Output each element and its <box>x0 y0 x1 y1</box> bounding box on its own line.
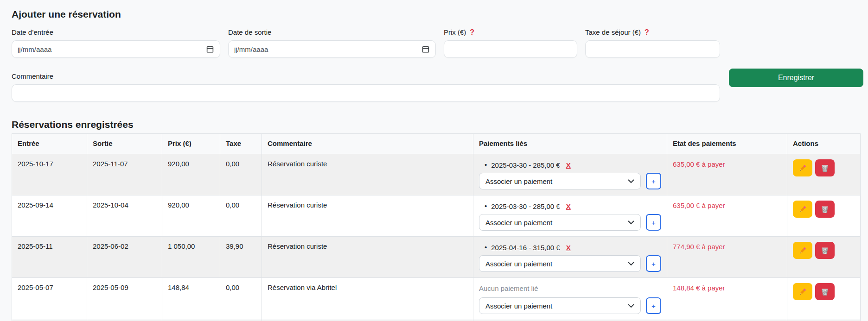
associate-payment-select[interactable]: Associer un paiement <box>479 297 641 314</box>
associate-payment-select[interactable]: Associer un paiement <box>479 214 641 231</box>
cell-commentaire: Réservation curiste <box>262 154 473 195</box>
row-actions <box>793 283 855 300</box>
delete-button[interactable] <box>815 283 835 300</box>
edit-button[interactable] <box>793 283 812 300</box>
prix-label: Prix (€) <box>444 28 466 37</box>
chevron-down-icon <box>628 262 634 266</box>
cell-prix: 148,84 <box>162 278 220 320</box>
date-entree-input[interactable]: jj/mm/aaaa <box>12 40 220 58</box>
payment-controls: Associer un paiement+ <box>479 255 661 272</box>
cell-etat-paiements: 774,90 € à payer <box>667 237 787 278</box>
commentaire-input[interactable] <box>12 84 720 102</box>
cell-paiements: Aucun paiement liéAssocier un paiement+ <box>473 278 667 320</box>
bullet-icon: • <box>485 161 487 169</box>
row-actions <box>793 242 855 259</box>
associate-payment-select-value: Associer un paiement <box>485 260 552 268</box>
prix-help-icon[interactable]: ? <box>470 28 474 36</box>
remove-payment-link[interactable]: X <box>566 244 571 252</box>
column-header-1: Entrée <box>12 134 87 154</box>
column-header-2: Sortie <box>87 134 162 154</box>
pencil-icon <box>798 246 807 255</box>
associate-payment-select-value: Associer un paiement <box>485 219 552 227</box>
cell-paiements: •2025-03-30 - 285,00 €XAssocier un paiem… <box>473 195 667 237</box>
cell-actions <box>787 278 861 320</box>
reservation-row: 2025-05-112025-06-021 050,0039,90Réserva… <box>12 237 861 278</box>
reservation-row: 2025-10-172025-11-07920,000,00Réservatio… <box>12 154 861 195</box>
trash-icon <box>820 246 830 255</box>
linked-payment-item: •2025-04-16 - 315,00 €X <box>485 243 661 252</box>
remove-payment-link[interactable]: X <box>566 161 571 169</box>
associate-payment-select-value: Associer un paiement <box>485 302 552 310</box>
cell-sortie: 2025-05-09 <box>87 278 162 320</box>
delete-button[interactable] <box>815 159 835 176</box>
cell-paiements: •2025-03-30 - 285,00 €XAssocier un paiem… <box>473 154 667 195</box>
cell-prix: 1 050,00 <box>162 237 220 278</box>
pencil-icon <box>798 205 807 214</box>
cell-commentaire: Réservation via Abritel <box>262 278 473 320</box>
cell-commentaire: Réservation curiste <box>262 195 473 237</box>
chevron-down-icon <box>628 304 634 308</box>
cell-entree: 2025-05-11 <box>12 237 87 278</box>
column-header-8: Actions <box>787 134 861 154</box>
row-actions <box>793 201 855 218</box>
cell-etat-paiements: 148,84 € à payer <box>667 278 787 320</box>
cell-actions <box>787 195 861 237</box>
cell-paiements: •2025-04-16 - 315,00 €XAssocier un paiem… <box>473 237 667 278</box>
add-reservation-form: Date d’entrée jj/mm/aaaa Date de sortie … <box>12 28 861 58</box>
cell-actions <box>787 237 861 278</box>
bullet-icon: • <box>485 202 487 210</box>
date-sortie-input[interactable]: jj/mm/aaaa <box>228 40 436 58</box>
trash-icon <box>820 205 830 214</box>
cell-entree: 2025-09-14 <box>12 195 87 237</box>
reservation-row: 2025-09-142025-10-04920,000,00Réservatio… <box>12 195 861 237</box>
associate-payment-select[interactable]: Associer un paiement <box>479 255 641 272</box>
chevron-down-icon <box>628 220 634 225</box>
save-button[interactable]: Enregistrer <box>729 69 863 87</box>
edit-button[interactable] <box>793 242 812 259</box>
add-payment-button[interactable]: + <box>646 214 661 231</box>
payment-text: 2025-03-30 - 285,00 € <box>491 202 560 210</box>
cell-entree: 2025-05-07 <box>12 278 87 320</box>
add-payment-button[interactable]: + <box>646 255 661 272</box>
cell-taxe: 0,00 <box>220 278 262 320</box>
column-header-6: Paiements liés <box>473 134 667 154</box>
add-payment-button[interactable]: + <box>646 173 661 189</box>
edit-button[interactable] <box>793 159 812 176</box>
linked-payment-item: •2025-03-30 - 285,00 €X <box>485 161 661 169</box>
field-date-sortie: Date de sortie jj/mm/aaaa <box>228 28 436 58</box>
chevron-down-icon <box>628 179 634 183</box>
page: Ajouter une réservation Date d’entrée jj… <box>0 0 868 321</box>
cell-sortie: 2025-06-02 <box>87 237 162 278</box>
calendar-icon[interactable] <box>206 45 214 53</box>
payment-controls: Associer un paiement+ <box>479 297 661 314</box>
taxe-input[interactable] <box>585 40 720 58</box>
payment-controls: Associer un paiement+ <box>479 173 661 189</box>
edit-button[interactable] <box>793 201 812 218</box>
payment-text: 2025-03-30 - 285,00 € <box>491 161 560 169</box>
cell-actions <box>787 154 861 195</box>
bullet-icon: • <box>485 243 487 252</box>
add-payment-button[interactable]: + <box>646 297 661 314</box>
field-prix: Prix (€)? <box>444 28 577 58</box>
remove-payment-link[interactable]: X <box>566 202 571 210</box>
column-header-4: Taxe <box>220 134 262 154</box>
associate-payment-select[interactable]: Associer un paiement <box>479 173 641 189</box>
cell-taxe: 0,00 <box>220 154 262 195</box>
delete-button[interactable] <box>815 201 835 218</box>
field-commentaire: Commentaire <box>12 72 720 102</box>
date-entree-placeholder: jj/mm/aaaa <box>18 45 51 53</box>
cell-etat-paiements: 635,00 € à payer <box>667 195 787 237</box>
prix-input[interactable] <box>444 40 577 58</box>
trash-icon <box>820 164 830 173</box>
payment-status-text: 635,00 € à payer <box>673 160 781 169</box>
cell-prix: 920,00 <box>162 195 220 237</box>
column-header-3: Prix (€) <box>162 134 220 154</box>
date-sortie-placeholder: jj/mm/aaaa <box>234 45 268 53</box>
taxe-help-icon[interactable]: ? <box>645 28 649 36</box>
calendar-icon[interactable] <box>421 45 430 53</box>
no-payment-text: Aucun paiement lié <box>479 284 661 293</box>
delete-button[interactable] <box>815 242 835 259</box>
payment-status-text: 635,00 € à payer <box>673 201 781 210</box>
cell-taxe: 0,00 <box>220 195 262 237</box>
page-title: Ajouter une réservation <box>12 7 861 21</box>
